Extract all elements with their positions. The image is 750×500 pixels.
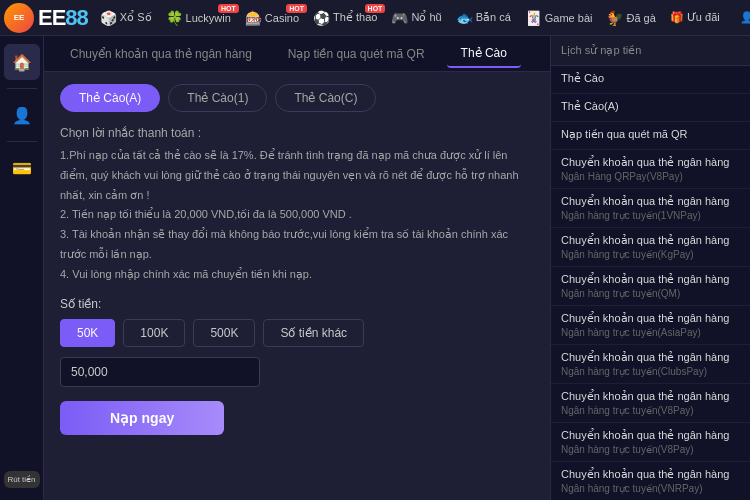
xoso-label: Xổ Số [120,11,152,24]
right-panel-item[interactable]: Chuyển khoản qua thẻ ngân hàngNgân hàng … [551,423,750,462]
tab-quetma[interactable]: Nạp tiền qua quét mã QR [274,41,439,67]
badge-luckywin: HOT [218,4,239,13]
right-panel-header: Lịch sử nạp tiền [551,36,750,66]
tabs-row: Chuyển khoản qua thẻ ngân hàngNạp tiền q… [44,36,550,72]
right-panel-item-sub: Ngân hàng trực tuyến(AsiaPay) [561,327,740,338]
nav-item-xoso[interactable]: 🎲Xổ Số [94,6,158,30]
nav-item-nohu[interactable]: 🎮Nổ hũ [385,6,447,30]
gamebai-label: Game bài [545,12,593,24]
nav-item-banca[interactable]: 🐟Bắn cá [450,6,517,30]
notice-label: Chọn lời nhắc thanh toán : [60,126,534,140]
right-panel-item-main: Thẻ Cào [561,72,740,85]
notice-line: 3. Tài khoản nhận sẽ thay đổi mà không b… [60,225,534,265]
nap-button[interactable]: Nạp ngay [60,401,224,435]
right-panel-item-main: Chuyển khoản qua thẻ ngân hàng [561,195,740,208]
badge-thethao: HOT [365,4,386,13]
right-panel-item[interactable]: Chuyển khoản qua thẻ ngân hàngNgân hàng … [551,345,750,384]
right-panel-item[interactable]: Thẻ Cào(A) [551,94,750,122]
right-panel-item[interactable]: Chuyển khoản qua thẻ ngân hàngNgân hàng … [551,267,750,306]
uudai-label: Ưu đãi [687,11,720,24]
nav-item-daga[interactable]: 🐓Đã gà [600,6,661,30]
amount-btn-50k[interactable]: 50K [60,319,115,347]
daily-icon: 👤 [740,11,750,24]
logo-area: EE EE88 [4,3,88,33]
right-panel-item[interactable]: Chuyển khoản qua thẻ ngân hàngNgân Hàng … [551,150,750,189]
tab-thecao[interactable]: Thẻ Cào [447,40,521,68]
logo-icon: EE [4,3,34,33]
nav-item-casino[interactable]: HOT🎰Casino [239,6,305,30]
thethao-label: Thể thao [333,11,377,24]
nav-item-luckywin[interactable]: HOT🍀Luckywin [160,6,237,30]
sidebar-wallet[interactable]: 💳 [4,150,40,186]
nav-item-gamebai[interactable]: 🃏Game bài [519,6,599,30]
right-panel-item-main: Thẻ Cào(A) [561,100,740,113]
notice-area: Chọn lời nhắc thanh toán : 1.Phí nạp của… [60,126,534,285]
logo-text: EE88 [38,7,88,29]
withdraw-button[interactable]: Rút tiền [4,471,40,488]
banca-icon: 🐟 [456,10,473,26]
sidebar-user[interactable]: 👤 [4,97,40,133]
right-panel-item-main: Chuyển khoản qua thẻ ngân hàng [561,234,740,247]
gamebai-icon: 🃏 [525,10,542,26]
right-panel-item-sub: Ngân hàng trực tuyến(V8Pay) [561,405,740,416]
notice-list: 1.Phí nạp của tất cả thẻ cào sẽ là 17%. … [60,146,534,285]
tab-chuyenkhoan[interactable]: Chuyển khoản qua thẻ ngân hàng [56,41,266,67]
right-panel-item[interactable]: Chuyển khoản qua thẻ ngân hàngNgân hàng … [551,306,750,345]
user-icon: 👤 [12,106,32,125]
daga-label: Đã gà [626,12,655,24]
amount-label: Số tiền: [60,297,534,311]
notice-line: 4. Vui lòng nhập chính xác mã chuyển tiề… [60,265,534,285]
casino-label: Casino [265,12,299,24]
notice-line: 1.Phí nạp của tất cả thẻ cào sẽ là 17%. … [60,146,534,205]
right-panel: Lịch sử nạp tiền Thẻ CàoThẻ Cào(A)Nạp ti… [550,36,750,500]
sidebar-home[interactable]: 🏠 [4,44,40,80]
amount-input[interactable] [60,357,260,387]
thethao-icon: ⚽ [313,10,330,26]
amount-btn-100k[interactable]: 100K [123,319,185,347]
right-panel-item[interactable]: Nạp tiền qua quét mã QR [551,122,750,150]
amount-buttons: 50K100K500KSố tiền khác [60,319,534,347]
right-panel-item[interactable]: Thẻ Cào [551,66,750,94]
right-panel-item-sub: Ngân hàng trực tuyến(ClubsPay) [561,366,740,377]
sidebar-divider2 [7,141,37,142]
right-panel-item[interactable]: Chuyển khoản qua thẻ ngân hàngNgân hàng … [551,384,750,423]
right-panel-item-main: Chuyển khoản qua thẻ ngân hàng [561,390,740,403]
right-panel-item-main: Chuyển khoản qua thẻ ngân hàng [561,429,740,442]
left-sidebar: 🏠 👤 💳 Rút tiền [0,36,44,500]
sub-tab-thecaoA[interactable]: Thẻ Cào(A) [60,84,160,112]
sub-tabs: Thẻ Cào(A)Thẻ Cào(1)Thẻ Cào(C) [60,84,534,112]
nav-right: 🎁 Ưu đãi👤 Đại lý [662,7,750,28]
wallet-icon: 💳 [12,159,32,178]
badge-casino: HOT [286,4,307,13]
uudai-icon: 🎁 [670,11,684,24]
nav-item-thethao[interactable]: HOT⚽Thể thao [307,6,383,30]
amount-btn-500k[interactable]: 500K [193,319,255,347]
right-panel-item-main: Chuyển khoản qua thẻ ngân hàng [561,468,740,481]
right-panel-items: Thẻ CàoThẻ Cào(A)Nạp tiền qua quét mã QR… [551,66,750,500]
inner-content: Thẻ Cào(A)Thẻ Cào(1)Thẻ Cào(C) Chọn lời … [44,72,550,500]
sidebar-divider [7,88,37,89]
right-panel-item-main: Chuyển khoản qua thẻ ngân hàng [561,273,740,286]
sub-tab-thecao1[interactable]: Thẻ Cào(1) [168,84,267,112]
right-panel-item-sub: Ngân hàng trực tuyến(KgPay) [561,249,740,260]
right-panel-item-main: Chuyển khoản qua thẻ ngân hàng [561,351,740,364]
nohu-label: Nổ hũ [411,11,441,24]
right-panel-item[interactable]: Chuyển khoản qua thẻ ngân hàngNgân hàng … [551,189,750,228]
right-panel-item-sub: Ngân Hàng QRPay(V8Pay) [561,171,740,182]
right-panel-item-sub: Ngân hàng trực tuyến(V8Pay) [561,444,740,455]
right-panel-item-sub: Ngân hàng trực tuyến(QM) [561,288,740,299]
nav-items: 🎲Xổ SốHOT🍀LuckywinHOT🎰CasinoHOT⚽Thể thao… [94,6,662,30]
top-nav: EE EE88 🎲Xổ SốHOT🍀LuckywinHOT🎰CasinoHOT⚽… [0,0,750,36]
daga-icon: 🐓 [606,10,623,26]
xoso-icon: 🎲 [100,10,117,26]
sub-tab-thecaoC[interactable]: Thẻ Cào(C) [275,84,376,112]
right-panel-item-main: Nạp tiền qua quét mã QR [561,128,740,141]
nav-right-uudai[interactable]: 🎁 Ưu đãi [662,7,728,28]
right-panel-item[interactable]: Chuyển khoản qua thẻ ngân hàngNgân hàng … [551,228,750,267]
nav-right-daily[interactable]: 👤 Đại lý [732,7,750,28]
right-panel-item-main: Chuyển khoản qua thẻ ngân hàng [561,312,740,325]
luckywin-label: Luckywin [186,12,231,24]
amount-btn-other[interactable]: Số tiền khác [263,319,364,347]
withdraw-label: Rút tiền [6,475,38,484]
right-panel-item[interactable]: Chuyển khoản qua thẻ ngân hàngNgân hàng … [551,462,750,500]
